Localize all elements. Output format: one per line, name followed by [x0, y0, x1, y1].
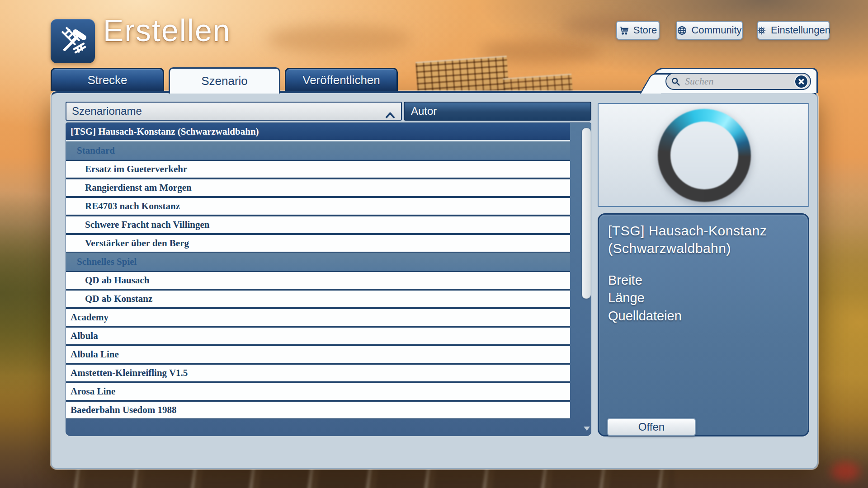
scrollbar-down-arrow[interactable] — [584, 427, 590, 431]
details-title: [TSG] Hausach-Konstanz (Schwarzwaldbahn) — [608, 222, 799, 257]
list-item[interactable]: [TSG] Hausach-Konstanz (Schwarzwaldbahn) — [66, 123, 570, 141]
scenario-list: [TSG] Hausach-Konstanz (Schwarzwaldbahn)… — [66, 122, 591, 436]
list-item[interactable]: QD ab Konstanz — [66, 290, 570, 308]
clear-search-button[interactable] — [794, 75, 808, 89]
list-item: Schnelles Spiel — [66, 253, 570, 271]
list-item[interactable]: Schwere Fracht nach Villingen — [66, 216, 570, 234]
list-item-label: Standard — [77, 145, 115, 156]
tab-szenario[interactable]: Szenario — [169, 67, 280, 94]
search-input[interactable] — [684, 75, 794, 88]
list-item-label: Baederbahn Usedom 1988 — [71, 404, 177, 416]
signal-light-blur — [831, 462, 860, 481]
app-logo — [51, 19, 95, 63]
list-item[interactable]: Albula — [66, 327, 570, 345]
search-icon — [671, 77, 680, 86]
list-item-label: [TSG] Hausach-Konstanz (Schwarzwaldbahn) — [71, 126, 259, 137]
list-item-label: RE4703 nach Konstanz — [85, 201, 180, 212]
loading-spinner — [658, 109, 751, 202]
list-item-label: Albula — [71, 330, 98, 342]
column-header-szenarioname[interactable]: Szenarioname — [66, 102, 402, 121]
list-item[interactable]: Amstetten-Kleinreifling V1.5 — [66, 364, 570, 382]
list-item[interactable]: Academy — [66, 308, 570, 327]
list-item-label: Verstärker über den Berg — [85, 238, 189, 249]
cart-icon — [619, 25, 629, 36]
list-item-label: Academy — [71, 312, 108, 323]
list-item[interactable]: Ersatz im Gueterverkehr — [66, 160, 570, 178]
details-field: Quelldateien — [608, 307, 799, 325]
list-item[interactable]: Verstärker über den Berg — [66, 234, 570, 253]
list-item-label: Rangierdienst am Morgen — [85, 182, 192, 193]
button-label: Store — [633, 24, 657, 36]
settings-button[interactable]: Einstellungen — [757, 21, 830, 40]
column-header-label: Szenarioname — [72, 105, 142, 117]
column-header-autor[interactable]: Autor — [404, 102, 591, 121]
details-panel: [TSG] Hausach-Konstanz (Schwarzwaldbahn)… — [598, 213, 809, 436]
list-item[interactable]: QD ab Hausach — [66, 271, 570, 290]
list-item-label: Arosa Line — [71, 386, 115, 397]
scenario-rows: [TSG] Hausach-Konstanz (Schwarzwaldbahn)… — [66, 123, 570, 419]
scrollbar-thumb[interactable] — [582, 128, 591, 299]
close-icon — [797, 78, 805, 85]
erstellen-screen: Erstellen StoreCommunityEinstellungen St… — [0, 0, 868, 488]
gear-icon — [756, 25, 767, 36]
search-panel — [653, 68, 818, 93]
track-and-hammer-icon — [57, 24, 89, 58]
list-item[interactable]: RE4703 nach Konstanz — [66, 197, 570, 216]
list-item-label: QD ab Konstanz — [85, 293, 152, 305]
cloud — [267, 25, 411, 54]
globe-icon — [677, 25, 687, 36]
search-box — [665, 73, 811, 90]
list-item-label: Albula Line — [71, 349, 119, 360]
button-label: Community — [691, 24, 741, 36]
page-title: Erstellen — [103, 13, 231, 48]
list-item-label: QD ab Hausach — [85, 275, 149, 286]
details-field: Länge — [608, 289, 799, 307]
column-header-label: Autor — [411, 105, 437, 117]
sort-ascending-icon — [386, 108, 395, 121]
list-item[interactable]: Baederbahn Usedom 1988 — [66, 401, 570, 419]
button-label: Einstellungen — [771, 24, 830, 36]
tab-veroeffentlichen[interactable]: Veröffentlichen — [285, 68, 398, 91]
details-fields: BreiteLängeQuelldateien — [608, 272, 799, 325]
list-item[interactable]: Arosa Line — [66, 382, 570, 401]
list-item[interactable]: Albula Line — [66, 345, 570, 364]
details-field: Breite — [608, 272, 799, 289]
preview-box — [598, 103, 809, 207]
tab-label: Veröffentlichen — [302, 73, 380, 87]
tab-strecke[interactable]: Strecke — [51, 68, 164, 91]
list-item-label: Ersatz im Gueterverkehr — [85, 164, 187, 175]
store-button[interactable]: Store — [616, 21, 660, 40]
list-item-label: Amstetten-Kleinreifling V1.5 — [71, 367, 188, 379]
list-item: Standard — [66, 141, 570, 160]
list-item-label: Schnelles Spiel — [77, 256, 137, 267]
list-item[interactable]: Rangierdienst am Morgen — [66, 178, 570, 197]
open-button[interactable]: Offen — [607, 418, 696, 436]
tab-label: Strecke — [87, 73, 127, 87]
tab-label: Szenario — [201, 74, 248, 88]
list-item-label: Schwere Fracht nach Villingen — [85, 219, 210, 230]
community-button[interactable]: Community — [676, 21, 743, 40]
